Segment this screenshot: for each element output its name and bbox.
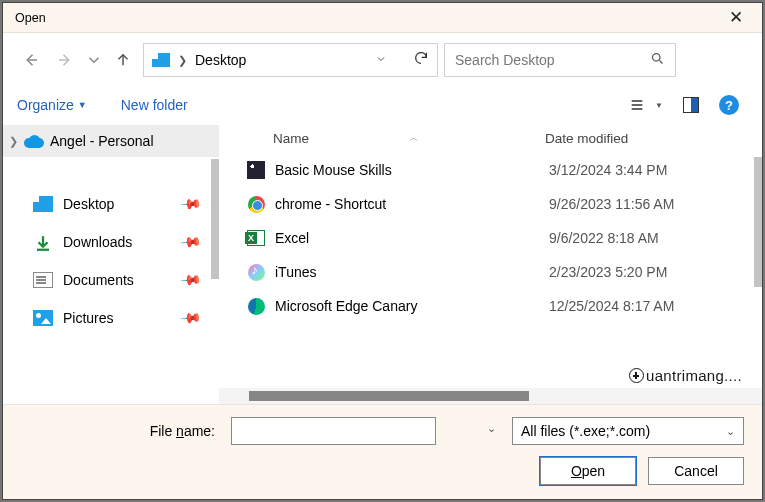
preview-pane-button[interactable] — [678, 92, 704, 118]
view-menu[interactable] — [624, 92, 650, 118]
file-row[interactable]: chrome - Shortcut 9/26/2023 11:56 AM — [219, 187, 762, 221]
pin-icon: 📌 — [179, 306, 202, 329]
chevron-down-icon: ⌄ — [726, 425, 735, 438]
sidebar-item-label: Pictures — [63, 310, 114, 326]
file-icon — [245, 296, 267, 316]
file-icon — [245, 194, 267, 214]
file-date: 9/26/2023 11:56 AM — [549, 196, 762, 212]
onedrive-icon — [24, 135, 44, 148]
chevron-down-icon — [85, 51, 103, 69]
sidebar-item-desktop[interactable]: Desktop 📌 — [3, 185, 219, 223]
column-header-name[interactable]: Name — [245, 131, 545, 146]
recent-locations-button[interactable] — [85, 46, 103, 74]
sidebar-item-onedrive[interactable]: ❯ Angel - Personal — [3, 125, 219, 157]
file-date: 9/6/2022 8:18 AM — [549, 230, 762, 246]
column-header-row: ︿ Name Date modified — [219, 123, 762, 153]
caret-down-icon: ▼ — [78, 100, 87, 110]
arrow-left-icon — [22, 51, 40, 69]
file-list-scrollbar[interactable] — [754, 157, 762, 287]
filename-label: File name: — [21, 423, 221, 439]
list-view-icon — [629, 97, 645, 113]
help-icon: ? — [719, 95, 739, 115]
file-list: Basic Mouse Skills 3/12/2024 3:44 PM chr… — [219, 153, 762, 388]
file-list-pane: ︿ Name Date modified Basic Mouse Skills … — [219, 123, 762, 404]
desktop-icon — [152, 53, 170, 67]
body-split: ❯ Angel - Personal Desktop 📌 Downloads 📌 — [3, 123, 762, 404]
file-icon — [245, 228, 267, 248]
address-bar[interactable]: ❯ Desktop — [143, 43, 438, 77]
file-row[interactable]: Excel 9/6/2022 8:18 AM — [219, 221, 762, 255]
search-placeholder: Search Desktop — [455, 52, 650, 68]
sidebar-item-documents[interactable]: Documents 📌 — [3, 261, 219, 299]
sort-indicator-icon: ︿ — [409, 131, 419, 145]
caret-down-icon: ▼ — [655, 101, 663, 110]
address-dropdown-icon[interactable] — [375, 51, 387, 69]
toolbar: Organize ▼ New folder ▼ ? — [3, 87, 762, 123]
titlebar: Open ✕ — [3, 3, 762, 33]
file-type-label: All files (*.exe;*.com) — [521, 423, 650, 439]
file-name: chrome - Shortcut — [275, 196, 549, 212]
pin-icon: 📌 — [179, 230, 202, 253]
file-type-filter[interactable]: All files (*.exe;*.com) ⌄ — [512, 417, 744, 445]
file-date: 12/25/2024 8:17 AM — [549, 298, 762, 314]
filename-input[interactable] — [231, 417, 436, 445]
file-row[interactable]: Basic Mouse Skills 3/12/2024 3:44 PM — [219, 153, 762, 187]
pin-icon: 📌 — [179, 192, 202, 215]
file-name: Basic Mouse Skills — [275, 162, 549, 178]
file-icon — [245, 160, 267, 180]
open-dialog: Open ✕ ❯ Desktop Search Desktop — [2, 2, 763, 500]
file-icon — [245, 262, 267, 282]
breadcrumb-location[interactable]: Desktop — [195, 52, 367, 68]
forward-button[interactable] — [51, 46, 79, 74]
column-header-date[interactable]: Date modified — [545, 131, 762, 146]
search-input[interactable]: Search Desktop — [444, 43, 676, 77]
breadcrumb-separator-icon: ❯ — [178, 54, 187, 67]
nav-sidebar: ❯ Angel - Personal Desktop 📌 Downloads 📌 — [3, 123, 219, 404]
nav-row: ❯ Desktop Search Desktop — [3, 33, 762, 87]
open-button[interactable]: Open — [540, 457, 636, 485]
back-button[interactable] — [17, 46, 45, 74]
desktop-icon — [33, 196, 53, 212]
file-name: iTunes — [275, 264, 549, 280]
preview-pane-icon — [683, 97, 699, 113]
file-name: Microsoft Edge Canary — [275, 298, 549, 314]
organize-label: Organize — [17, 97, 74, 113]
pin-icon: 📌 — [179, 268, 202, 291]
horizontal-scrollbar-thumb[interactable] — [249, 391, 529, 401]
arrow-right-icon — [56, 51, 74, 69]
pictures-icon — [33, 310, 53, 326]
onedrive-label: Angel - Personal — [50, 133, 154, 149]
arrow-up-icon — [114, 51, 132, 69]
downloads-icon — [33, 234, 53, 250]
window-title: Open — [11, 11, 718, 25]
search-icon — [650, 51, 665, 69]
refresh-button[interactable] — [413, 50, 429, 70]
cancel-button[interactable]: Cancel — [648, 457, 744, 485]
file-date: 2/23/2023 5:20 PM — [549, 264, 762, 280]
new-folder-button[interactable]: New folder — [121, 97, 188, 113]
help-button[interactable]: ? — [716, 92, 742, 118]
sidebar-item-label: Downloads — [63, 234, 132, 250]
filename-dropdown-icon[interactable]: ⌄ — [487, 422, 496, 435]
organize-menu[interactable]: Organize ▼ — [17, 97, 87, 113]
file-row[interactable]: iTunes 2/23/2023 5:20 PM — [219, 255, 762, 289]
chevron-right-icon: ❯ — [9, 135, 18, 148]
sidebar-item-downloads[interactable]: Downloads 📌 — [3, 223, 219, 261]
horizontal-scrollbar-track[interactable] — [219, 388, 762, 404]
svg-point-0 — [653, 54, 661, 62]
up-button[interactable] — [109, 46, 137, 74]
file-row[interactable]: Microsoft Edge Canary 12/25/2024 8:17 AM — [219, 289, 762, 323]
file-name: Excel — [275, 230, 549, 246]
sidebar-item-pictures[interactable]: Pictures 📌 — [3, 299, 219, 337]
close-button[interactable]: ✕ — [718, 7, 754, 28]
sidebar-item-label: Desktop — [63, 196, 114, 212]
sidebar-item-label: Documents — [63, 272, 134, 288]
documents-icon — [33, 272, 53, 288]
view-dropdown[interactable]: ▼ — [652, 92, 666, 118]
file-date: 3/12/2024 3:44 PM — [549, 162, 762, 178]
footer: File name: ⌄ All files (*.exe;*.com) ⌄ O… — [3, 404, 762, 499]
